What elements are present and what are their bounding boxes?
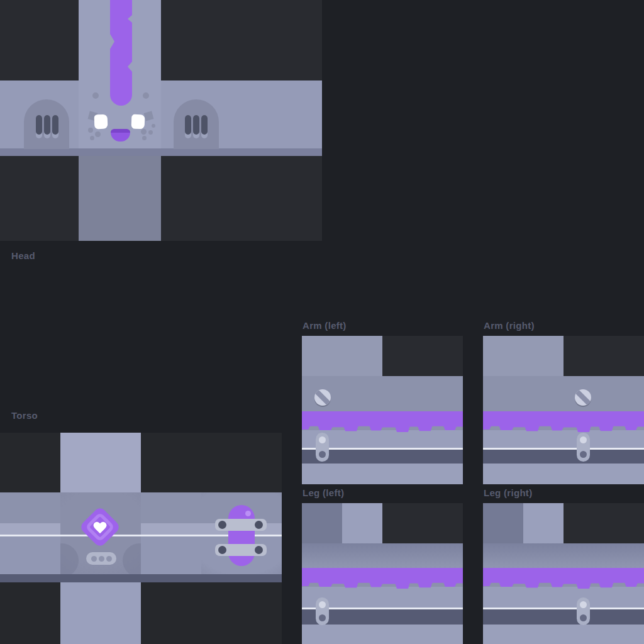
screw-icon [314, 389, 331, 406]
costume-texture-editor: Head Torso [0, 0, 644, 644]
shoulder-top [483, 336, 564, 376]
screw-icon [575, 389, 591, 406]
stripe-notch [128, 15, 132, 23]
part-label-leg-left: Leg (left) [303, 487, 344, 498]
armhole-shadow [60, 543, 79, 574]
part-label-arm-right: Arm (right) [484, 320, 535, 331]
foot-light [483, 625, 644, 644]
tile-empty-corner [564, 503, 644, 543]
ankle-dark [483, 609, 644, 625]
leg-right-texture-tile[interactable] [483, 503, 644, 644]
thigh-gradient [302, 543, 463, 568]
joint-connector-icon [316, 597, 329, 625]
head-texture-tile[interactable] [0, 0, 322, 241]
thigh-gradient [483, 543, 644, 568]
freckle [92, 92, 99, 99]
hip-light-block [342, 503, 382, 543]
part-label-head: Head [11, 250, 35, 261]
vent-slit-icon [52, 115, 58, 138]
freckle [148, 130, 153, 135]
right-eye [131, 114, 145, 130]
left-eye [94, 114, 108, 130]
hip-dark-block [483, 503, 523, 543]
torso-hem-dark [0, 574, 282, 582]
vent-slit-icon [201, 115, 208, 138]
torso-texture-tile[interactable] [0, 433, 282, 644]
freckle [143, 92, 149, 99]
strap-with-rivets [215, 544, 267, 556]
head-neck-strip [0, 148, 322, 156]
shoulder-top [302, 336, 382, 376]
torso-bottom-face [60, 582, 141, 644]
bedroll-icon [228, 505, 255, 566]
hand-light [302, 464, 463, 484]
freckle [152, 124, 155, 128]
part-label-torso: Torso [11, 410, 38, 421]
leg-left-texture-tile[interactable] [302, 503, 463, 644]
ankle-light [483, 587, 644, 608]
vent-slit-icon [44, 115, 50, 138]
part-label-arm-left: Arm (left) [303, 320, 347, 331]
armhole-shadow [123, 543, 141, 574]
freckle [90, 136, 94, 140]
freckle [141, 129, 147, 135]
arm-right-texture-tile[interactable] [483, 336, 644, 484]
foot-light [302, 625, 463, 644]
cuff-light [483, 430, 644, 448]
tile-empty-corner [382, 336, 463, 376]
torso-top-face [60, 433, 141, 492]
stripe-notch [128, 62, 132, 72]
vent-slit-icon [36, 115, 42, 138]
strap-with-rivets [215, 519, 267, 531]
freckle [142, 136, 147, 140]
joint-connector-icon [577, 597, 590, 625]
vent-slit-icon [193, 115, 199, 138]
leg-graffiti-band [302, 568, 463, 589]
hip-dark-block [302, 503, 342, 543]
leg-graffiti-band [483, 568, 644, 589]
vent-slit-icon [185, 115, 191, 138]
sleeve-graffiti-band [483, 411, 644, 433]
head-bottom-face [79, 156, 161, 241]
tile-empty-corner [564, 336, 644, 376]
hip-light-block [523, 503, 564, 543]
hand-light [483, 464, 644, 484]
joint-connector-icon [316, 433, 329, 462]
freckle [95, 131, 101, 137]
joint-connector-icon [577, 433, 590, 462]
freckle [88, 128, 93, 133]
sleeve-graffiti-band [302, 411, 463, 433]
part-label-leg-right: Leg (right) [484, 487, 532, 498]
heart-icon [93, 522, 107, 535]
buckle-dots-icon [86, 552, 116, 565]
stripe-notch [110, 34, 114, 49]
arm-left-texture-tile[interactable] [302, 336, 463, 484]
cuff-dark [483, 450, 644, 464]
tile-empty-corner [382, 503, 463, 543]
